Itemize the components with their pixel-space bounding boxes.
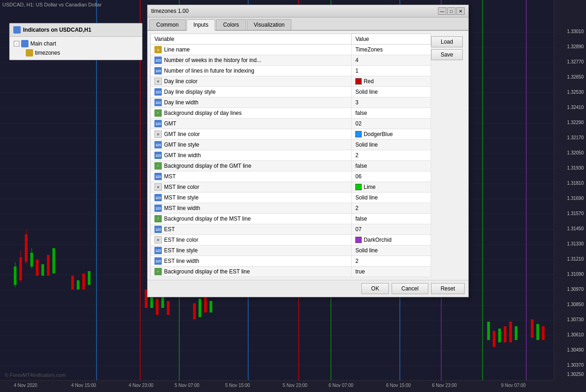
save-button[interactable]: Save: [431, 49, 463, 60]
svg-rect-46: [71, 276, 74, 290]
reset-button[interactable]: Reset: [431, 283, 465, 294]
params-table-wrapper[interactable]: Variable Value ALine nameTimeZones123Num…: [150, 34, 431, 277]
side-buttons: Load Save: [431, 34, 466, 277]
var-cell: 123Day line width: [151, 97, 352, 108]
svg-rect-52: [156, 299, 159, 315]
svg-text:1.30970: 1.30970: [567, 287, 584, 292]
table-row[interactable]: ■GMT line colorDodgerBlue: [151, 129, 431, 140]
table-row[interactable]: ■Day line colorRed: [151, 76, 431, 87]
tab-inputs[interactable]: Inputs: [187, 19, 216, 31]
svg-text:1.32050: 1.32050: [567, 150, 584, 155]
tab-visualization[interactable]: Visualization: [247, 19, 291, 30]
value-cell: 07: [352, 224, 431, 235]
svg-rect-54: [167, 301, 170, 315]
value-cell: 2: [352, 150, 431, 161]
table-row[interactable]: ✓Background display of the EST linetrue: [151, 267, 431, 277]
cancel-button[interactable]: Cancel: [392, 283, 428, 294]
value-cell: 02: [352, 119, 431, 129]
variable-name: EST: [164, 226, 175, 233]
variable-name: MST line width: [164, 205, 200, 211]
svg-rect-65: [531, 319, 534, 338]
svg-text:4 Nov 15:00: 4 Nov 15:00: [71, 383, 96, 388]
svg-text:1.30850: 1.30850: [567, 302, 584, 307]
svg-rect-56: [199, 299, 201, 317]
svg-text:1.32770: 1.32770: [567, 59, 584, 64]
value-cell: Lime: [352, 182, 431, 193]
tree-item-timezones[interactable]: timezones: [12, 48, 140, 57]
maximize-button[interactable]: □: [447, 7, 455, 15]
svg-text:1.30490: 1.30490: [567, 347, 584, 352]
svg-text:1.30370: 1.30370: [567, 363, 584, 368]
table-row[interactable]: 123MST06: [151, 171, 431, 182]
tab-colors[interactable]: Colors: [216, 19, 246, 30]
variable-name: GMT line color: [164, 131, 200, 137]
value-cell: 06: [352, 171, 431, 182]
variable-name: GMT line style: [164, 142, 199, 148]
svg-text:1.31690: 1.31690: [567, 196, 584, 201]
table-row[interactable]: ALine nameTimeZones: [151, 45, 431, 55]
var-cell: ■EST line color: [151, 235, 352, 245]
svg-text:5 Nov 07:00: 5 Nov 07:00: [175, 383, 199, 388]
svg-text:1.30250: 1.30250: [567, 372, 584, 377]
table-row[interactable]: 123EST line styleSolid line: [151, 245, 431, 256]
var-cell: 123EST line width: [151, 256, 352, 267]
variable-name: EST line width: [164, 258, 199, 264]
variable-name: EST line color: [164, 237, 198, 243]
col-value: Value: [352, 34, 431, 45]
footer-buttons: OK Cancel Reset: [361, 283, 465, 294]
table-row[interactable]: ✓Background display of the MST linefalse: [151, 214, 431, 224]
svg-text:5 Nov 23:00: 5 Nov 23:00: [283, 383, 307, 388]
dialog-controls: — □ ✕: [438, 7, 465, 15]
svg-text:6 Nov 15:00: 6 Nov 15:00: [386, 383, 411, 388]
var-cell: 123GMT line style: [151, 140, 352, 150]
close-button[interactable]: ✕: [456, 7, 465, 15]
minimize-button[interactable]: —: [438, 7, 446, 15]
svg-rect-45: [52, 248, 55, 273]
var-cell: 123EST line style: [151, 245, 352, 256]
value-cell: Solid line: [352, 87, 431, 97]
table-row[interactable]: 123MST line styleSolid line: [151, 193, 431, 203]
indicators-panel: Indicators on USDCAD,H1 - Main chart tim…: [9, 23, 142, 60]
table-row[interactable]: 123Number of weeks in the history for in…: [151, 55, 431, 66]
svg-rect-57: [204, 296, 207, 312]
table-row[interactable]: 123GMT line width2: [151, 150, 431, 161]
var-cell: ✓Background display of the EST line: [151, 267, 352, 277]
table-row[interactable]: 123EST07: [151, 224, 431, 235]
table-row[interactable]: ■MST line colorLime: [151, 182, 431, 193]
table-row[interactable]: 123MST line width2: [151, 203, 431, 214]
table-row[interactable]: 123Number of lines in future for indexin…: [151, 66, 431, 76]
value-cell: 4: [352, 55, 431, 66]
svg-rect-55: [193, 303, 196, 319]
table-row[interactable]: ✓Background display of day linesfalse: [151, 108, 431, 119]
ok-button[interactable]: OK: [361, 283, 389, 294]
value-cell: Solid line: [352, 193, 431, 203]
tabs-bar: Common Inputs Colors Visualization: [148, 17, 468, 31]
table-row[interactable]: 123EST line width2: [151, 256, 431, 267]
svg-rect-67: [542, 326, 545, 340]
table-row[interactable]: 123GMT02: [151, 119, 431, 129]
variable-name: MST line style: [164, 194, 199, 201]
variable-name: Number of weeks in the history for ind..…: [164, 57, 261, 63]
tree-item-main-chart[interactable]: - Main chart: [12, 39, 140, 48]
value-cell: 2: [352, 256, 431, 267]
load-button[interactable]: Load: [431, 36, 463, 47]
indicators-tree: - Main chart timezones: [10, 37, 142, 60]
table-row[interactable]: ■EST line colorDarkOrchid: [151, 235, 431, 245]
variable-name: MST line color: [164, 184, 199, 190]
tree-expand-btn[interactable]: -: [14, 41, 19, 46]
var-cell: ■Day line color: [151, 76, 352, 87]
table-row[interactable]: 123GMT line styleSolid line: [151, 140, 431, 150]
svg-rect-64: [515, 326, 518, 340]
tab-common[interactable]: Common: [149, 19, 186, 30]
value-cell: true: [352, 267, 431, 277]
value-cell: DarkOrchid: [352, 235, 431, 245]
table-row[interactable]: ✓Background display of the GMT linefalse: [151, 161, 431, 171]
table-row[interactable]: 123Day line width3: [151, 97, 431, 108]
table-row[interactable]: 123Day line display styleSolid line: [151, 87, 431, 97]
main-chart-label: Main chart: [30, 40, 56, 47]
var-cell: ALine name: [151, 45, 352, 55]
svg-rect-59: [487, 322, 490, 340]
indicators-panel-header: Indicators on USDCAD,H1: [10, 23, 142, 37]
svg-text:6 Nov 23:00: 6 Nov 23:00: [432, 383, 457, 388]
svg-text:1.31930: 1.31930: [567, 165, 584, 170]
